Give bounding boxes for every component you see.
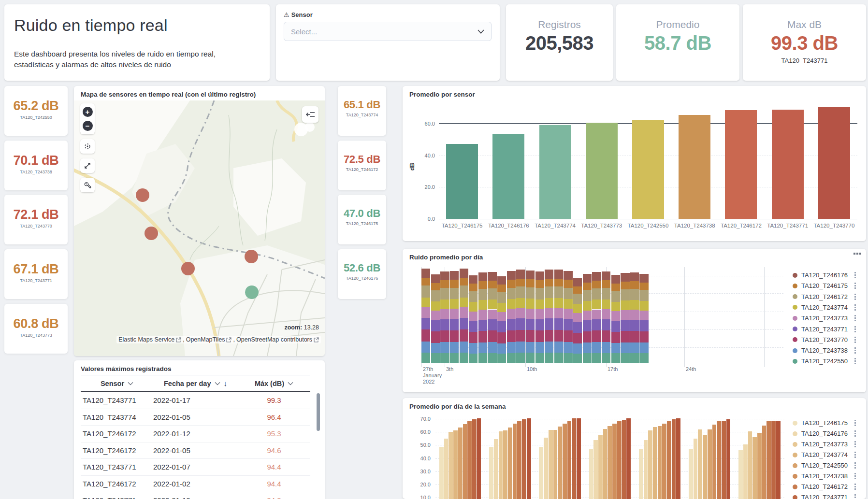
stacked-bar-segment[interactable]	[602, 299, 610, 309]
stacked-bar-segment[interactable]	[497, 292, 506, 303]
stacked-bar-segment[interactable]	[639, 353, 648, 363]
stacked-bar-segment[interactable]	[497, 343, 506, 354]
stacked-bar-segment[interactable]	[440, 319, 449, 331]
stacked-bar-segment[interactable]	[507, 299, 516, 309]
grouped-bar[interactable]	[639, 449, 643, 499]
stacked-bar-segment[interactable]	[573, 322, 582, 333]
stacked-bar-segment[interactable]	[440, 271, 449, 280]
stacked-bar-segment[interactable]	[602, 330, 610, 342]
stacked-bar-segment[interactable]	[450, 309, 459, 319]
stacked-bar-segment[interactable]	[450, 319, 459, 330]
stacked-bar-segment[interactable]	[564, 280, 572, 287]
stacked-bar-segment[interactable]	[507, 309, 516, 319]
stacked-bar-segment[interactable]	[545, 270, 553, 279]
grouped-bar[interactable]	[767, 421, 771, 499]
stacked-bar-segment[interactable]	[497, 312, 506, 322]
stacked-bar-segment[interactable]	[583, 320, 592, 331]
column-header-sensor[interactable]: Sensor	[81, 380, 153, 387]
grouped-bar[interactable]	[489, 447, 493, 499]
table-row[interactable]: TA120_T2461722022-01-1295.3	[81, 426, 310, 442]
stacked-bar-segment[interactable]	[630, 331, 639, 342]
stacked-bar-segment[interactable]	[421, 329, 430, 342]
grouped-bar[interactable]	[644, 440, 648, 499]
stacked-bar-segment[interactable]	[526, 279, 535, 287]
stacked-bar-segment[interactable]	[592, 272, 601, 281]
stacked-bar-segment[interactable]	[611, 291, 620, 301]
legend-item[interactable]: TA120_T246172	[793, 293, 856, 300]
map-canvas[interactable]: + − zoom: 13.28 Elastic Maps Service, Op…	[74, 100, 325, 356]
stacked-bar-segment[interactable]	[592, 299, 601, 309]
stacked-bar-segment[interactable]	[507, 280, 516, 287]
stacked-bar-segment[interactable]	[573, 286, 582, 294]
legend-item[interactable]: TA120_T243774	[793, 304, 856, 311]
stacked-bar-segment[interactable]	[421, 342, 430, 353]
grouped-bar[interactable]	[762, 426, 767, 499]
stacked-bar-segment[interactable]	[592, 281, 601, 288]
stacked-bar-segment[interactable]	[431, 301, 440, 311]
bar[interactable]	[632, 120, 664, 219]
legend-action-icon[interactable]	[854, 304, 856, 311]
grouped-bar[interactable]	[477, 418, 481, 499]
grouped-bar[interactable]	[539, 447, 543, 499]
stacked-bar-segment[interactable]	[431, 311, 440, 320]
stacked-bar-segment[interactable]	[421, 285, 430, 297]
stacked-bar-segment[interactable]	[630, 342, 639, 353]
stacked-bar-segment[interactable]	[554, 270, 563, 279]
stacked-bar-segment[interactable]	[583, 283, 592, 290]
stacked-bar-segment[interactable]	[469, 332, 477, 343]
stacked-bar-segment[interactable]	[639, 274, 648, 283]
stacked-bar-segment[interactable]	[469, 321, 477, 332]
stacked-bar-segment[interactable]	[564, 271, 572, 280]
stacked-bar-segment[interactable]	[488, 288, 496, 299]
legend-item[interactable]: TA120_T246176	[793, 430, 856, 437]
stacked-bar-segment[interactable]	[554, 318, 563, 330]
stacked-bar-segment[interactable]	[554, 353, 563, 363]
stacked-bar-segment[interactable]	[507, 353, 516, 363]
legend-item[interactable]: TA120_T243773	[793, 441, 856, 448]
stacked-bar-segment[interactable]	[583, 290, 592, 301]
stacked-bar-segment[interactable]	[564, 330, 572, 342]
stacked-bar-segment[interactable]	[421, 353, 430, 363]
grouped-bar[interactable]	[708, 429, 712, 499]
stacked-bar-segment[interactable]	[545, 330, 553, 342]
grouped-bar[interactable]	[776, 421, 781, 499]
grouped-bar[interactable]	[689, 449, 693, 499]
stacked-bar-segment[interactable]	[621, 273, 629, 282]
stacked-bar-segment[interactable]	[488, 319, 496, 330]
legend-item[interactable]: TA120_T243738	[793, 347, 856, 354]
legend-action-icon[interactable]	[854, 283, 856, 289]
stacked-bar-segment[interactable]	[516, 286, 525, 298]
legend-action-icon[interactable]	[854, 473, 856, 479]
stacked-bar-segment[interactable]	[639, 320, 648, 331]
stacked-bar-segment[interactable]	[554, 330, 563, 342]
stacked-bar-segment[interactable]	[592, 310, 601, 320]
legend-item[interactable]: TA120_T246175	[793, 282, 856, 289]
stacked-bar-segment[interactable]	[639, 331, 648, 342]
legend-item[interactable]: TA120_T246175	[793, 419, 856, 427]
grouped-bar[interactable]	[553, 430, 558, 499]
stacked-bar-segment[interactable]	[630, 320, 639, 331]
grouped-bar[interactable]	[622, 420, 626, 499]
legend-item[interactable]: TA120_T243771	[793, 326, 856, 333]
stacked-bar-segment[interactable]	[535, 280, 544, 288]
grouped-bar[interactable]	[771, 421, 776, 499]
stacked-bar-segment[interactable]	[526, 319, 535, 330]
stacked-bar-segment[interactable]	[516, 353, 525, 363]
stacked-bar-segment[interactable]	[460, 329, 468, 342]
stacked-bar-segment[interactable]	[488, 330, 496, 342]
stacked-bar-segment[interactable]	[602, 353, 610, 363]
grouped-bar[interactable]	[517, 421, 521, 499]
table-row[interactable]: TA120_T2437712022-01-0794.4	[81, 459, 310, 476]
grouped-bar[interactable]	[458, 428, 463, 499]
legend-item[interactable]: TA120_T243770	[793, 336, 856, 343]
stacked-bar-segment[interactable]	[497, 321, 506, 332]
stacked-bar-segment[interactable]	[564, 299, 572, 309]
stacked-bar-segment[interactable]	[507, 288, 516, 299]
stacked-bar-segment[interactable]	[478, 272, 487, 281]
map-tools-button[interactable]	[80, 178, 95, 192]
stacked-bar-segment[interactable]	[450, 288, 459, 299]
stacked-bar-segment[interactable]	[526, 353, 535, 363]
stacked-bar-segment[interactable]	[535, 309, 544, 319]
stacked-bar-segment[interactable]	[611, 321, 620, 332]
stacked-bar-segment[interactable]	[440, 330, 449, 342]
